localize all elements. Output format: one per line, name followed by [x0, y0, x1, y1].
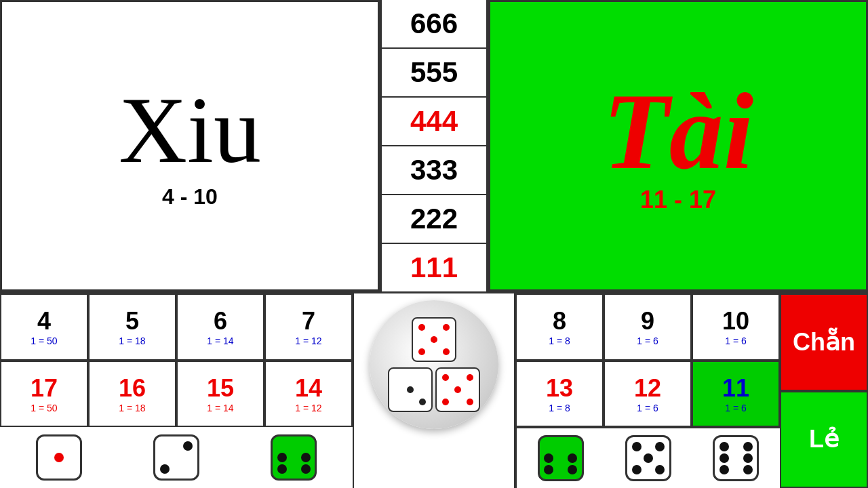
num-333[interactable]: 333 [382, 146, 486, 195]
xiu-panel: Xiu 4 - 10 [0, 0, 380, 291]
bet-7[interactable]: 7 1 = 12 [264, 293, 353, 361]
bet-15[interactable]: 15 1 = 14 [176, 361, 264, 428]
plate-die-bl [388, 367, 433, 412]
bet-16[interactable]: 16 1 = 18 [88, 361, 176, 428]
die-5 [625, 435, 671, 481]
num-222[interactable]: 222 [382, 195, 486, 244]
bottom-dice-left [0, 427, 353, 488]
bet-row-top: 4 1 = 50 5 1 = 18 6 1 = 14 7 1 = 12 [0, 293, 353, 361]
plate-die-br [435, 367, 480, 412]
die-1 [36, 434, 82, 481]
num-111[interactable]: 111 [382, 244, 486, 291]
plate-die-top [412, 317, 456, 362]
betting-right: 8 1 = 8 9 1 = 6 10 1 = 6 13 1 = 8 12 1 =… [515, 293, 780, 488]
die-6 [713, 435, 759, 481]
xiu-text: Xiu [119, 83, 261, 178]
bet-11[interactable]: 11 1 = 6 [692, 361, 780, 428]
tai-text: Tài [603, 77, 753, 186]
bottom-dice-right [515, 427, 780, 488]
die-2 [153, 434, 199, 481]
chan-le-buttons: Chẵn Lẻ [780, 293, 868, 488]
num-555[interactable]: 555 [382, 49, 486, 98]
bet-8[interactable]: 8 1 = 8 [515, 293, 604, 361]
bet-10[interactable]: 10 1 = 6 [692, 293, 780, 361]
bet-12[interactable]: 12 1 = 6 [604, 361, 692, 428]
bet-4[interactable]: 4 1 = 50 [0, 293, 88, 361]
chan-button[interactable]: Chẵn [780, 293, 868, 391]
right-bet-row-bottom: 13 1 = 8 12 1 = 6 11 1 = 6 [515, 361, 780, 428]
bet-6[interactable]: 6 1 = 14 [176, 293, 264, 361]
right-bet-row-top: 8 1 = 8 9 1 = 6 10 1 = 6 [515, 293, 780, 361]
le-button[interactable]: Lẻ [780, 391, 868, 489]
die-3 [271, 434, 317, 481]
bet-13[interactable]: 13 1 = 8 [515, 361, 604, 428]
num-666[interactable]: 666 [382, 0, 486, 49]
bet-row-bottom: 17 1 = 50 16 1 = 18 15 1 = 14 14 1 = 12 [0, 361, 353, 428]
number-column: 666 555 444 333 222 111 [380, 0, 488, 291]
bet-5[interactable]: 5 1 = 18 [88, 293, 176, 361]
center-dice-area [353, 293, 515, 488]
dice-plate [370, 300, 498, 429]
bet-14[interactable]: 14 1 = 12 [264, 361, 353, 428]
bet-9[interactable]: 9 1 = 6 [604, 293, 692, 361]
bet-17[interactable]: 17 1 = 50 [0, 361, 88, 428]
num-444[interactable]: 444 [382, 98, 486, 146]
xiu-range: 4 - 10 [162, 184, 218, 209]
betting-left: 4 1 = 50 5 1 = 18 6 1 = 14 7 1 = 12 17 1… [0, 293, 353, 488]
tai-panel: Tài 11 - 17 [488, 0, 868, 291]
die-4 [538, 435, 584, 481]
tai-range: 11 - 17 [640, 186, 716, 214]
